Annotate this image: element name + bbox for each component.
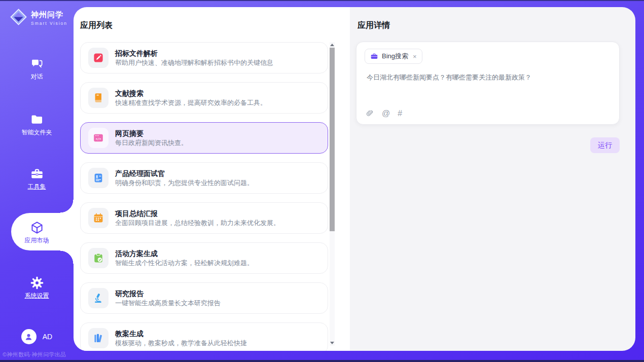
sidebar-item-app-market[interactable]: 应用市场 bbox=[0, 221, 74, 244]
app-card-description: 每日政府新闻资讯快查。 bbox=[115, 139, 188, 147]
app-card-literature-search[interactable]: 文献搜索快速精准查找学术资源，提高研究效率的必备工具。 bbox=[80, 82, 328, 114]
app-card-title: 项目总结汇报 bbox=[115, 209, 280, 218]
sidebar-item-label: 系统设置 bbox=[25, 292, 49, 299]
app-list-panel: 应用列表 招标文件解析帮助用户快速、准确地理解和解析招标书中的关键信息文献搜索快… bbox=[74, 7, 350, 351]
sidebar-item-label: 应用市场 bbox=[25, 237, 49, 244]
gear-icon bbox=[30, 276, 44, 290]
app-card-project-summary[interactable]: 项目总结汇报全面回顾项目进展，总结经验教训，助力未来优化发展。 bbox=[80, 202, 328, 234]
hash-icon[interactable]: # bbox=[398, 110, 402, 118]
browser-code-icon: </> bbox=[88, 128, 109, 148]
app-card-texts: 网页摘要每日政府新闻资讯快查。 bbox=[115, 129, 188, 147]
app-card-description: 智能生成个性化活动方案，轻松解决规划难题。 bbox=[115, 259, 254, 267]
scroll-down-icon[interactable] bbox=[330, 342, 334, 344]
app-card-description: 全面回顾项目进展，总结经验教训，助力未来优化发展。 bbox=[115, 219, 280, 227]
sidebar-item-label: 对话 bbox=[31, 73, 43, 80]
sidebar: 神州问学 Smart Vision 对话智能文件夹工具集应用市场系统设置 AD … bbox=[0, 0, 74, 362]
app-card-event-plan[interactable]: 活动方案生成智能生成个性化活动方案，轻松解决规划难题。 bbox=[80, 242, 328, 274]
app-root: 神州问学 Smart Vision 对话智能文件夹工具集应用市场系统设置 AD … bbox=[0, 0, 644, 362]
run-button[interactable]: 运行 bbox=[590, 137, 620, 153]
app-card-title: 文献搜索 bbox=[115, 89, 267, 97]
tool-tag-label: Bing搜索 bbox=[382, 52, 408, 61]
app-card-title: 研究报告 bbox=[115, 289, 221, 298]
app-card-tender-analysis[interactable]: 招标文件解析帮助用户快速、准确地理解和解析招标书中的关键信息 bbox=[80, 42, 328, 74]
avatar bbox=[21, 329, 37, 344]
microscope-icon bbox=[88, 288, 109, 308]
briefcase-icon bbox=[370, 52, 378, 60]
sidebar-item-label: 工具集 bbox=[28, 183, 46, 190]
query-text[interactable]: 今日湖北有哪些新闻要点？有哪些需要关注的最新政策？ bbox=[367, 73, 609, 83]
app-card-description: 帮助用户快速、准确地理解和解析招标书中的关键信息 bbox=[115, 59, 273, 66]
app-card-texts: 研究报告一键智能生成高质量长文本研究报告 bbox=[115, 289, 221, 307]
sidebar-item-chat[interactable]: 对话 bbox=[0, 57, 74, 80]
sidebar-item-settings[interactable]: 系统设置 bbox=[0, 276, 74, 299]
prompt-card: Bing搜索 × 今日湖北有哪些新闻要点？有哪些需要关注的最新政策？ @# bbox=[356, 42, 620, 125]
app-card-texts: 产品经理面试官明确身份和职责，为您提供专业性的面试问题。 bbox=[115, 169, 254, 187]
app-card-web-summary[interactable]: </>网页摘要每日政府新闻资讯快查。 bbox=[80, 122, 328, 154]
app-card-title: 网页摘要 bbox=[115, 129, 188, 137]
content-area: 应用列表 招标文件解析帮助用户快速、准确地理解和解析招标书中的关键信息文献搜索快… bbox=[74, 7, 635, 351]
scrollbar-thumb[interactable] bbox=[330, 48, 335, 231]
copyright-text: ©神州数码·神州问学出品 bbox=[3, 351, 66, 358]
app-card-texts: 文献搜索快速精准查找学术资源，提高研究效率的必备工具。 bbox=[115, 89, 267, 106]
svg-text:</>: </> bbox=[96, 137, 101, 140]
app-card-title: 招标文件解析 bbox=[115, 49, 273, 57]
user-name: AD bbox=[43, 333, 52, 341]
sidebar-item-smart-folders[interactable]: 智能文件夹 bbox=[0, 113, 74, 136]
folder-icon bbox=[30, 113, 44, 127]
cube-icon bbox=[30, 221, 44, 235]
app-card-texts: 活动方案生成智能生成个性化活动方案，轻松解决规划难题。 bbox=[115, 249, 254, 267]
brand-logo-icon bbox=[9, 8, 28, 28]
clipboard-check-icon bbox=[88, 248, 109, 268]
user-profile[interactable]: AD bbox=[0, 329, 74, 344]
app-card-research-report[interactable]: 研究报告一键智能生成高质量长文本研究报告 bbox=[80, 282, 328, 314]
app-card-list: 招标文件解析帮助用户快速、准确地理解和解析招标书中的关键信息文献搜索快速精准查找… bbox=[80, 42, 328, 351]
book-icon bbox=[88, 88, 109, 108]
app-card-pm-interviewer[interactable]: 产品经理面试官明确身份和职责，为您提供专业性的面试问题。 bbox=[80, 162, 328, 194]
tool-tag-bing-search[interactable]: Bing搜索 × bbox=[365, 49, 422, 64]
app-card-description: 一键智能生成高质量长文本研究报告 bbox=[115, 299, 221, 307]
app-card-texts: 项目总结汇报全面回顾项目进展，总结经验教训，助力未来优化发展。 bbox=[115, 209, 280, 227]
app-card-texts: 招标文件解析帮助用户快速、准确地理解和解析招标书中的关键信息 bbox=[115, 49, 273, 66]
sidebar-item-toolkit[interactable]: 工具集 bbox=[0, 167, 74, 190]
app-card-title: 产品经理面试官 bbox=[115, 169, 254, 177]
brand-logo: 神州问学 Smart Vision bbox=[9, 8, 67, 28]
at-icon[interactable]: @ bbox=[382, 110, 390, 118]
chat-icon bbox=[30, 57, 44, 71]
toolbox-icon bbox=[30, 167, 44, 181]
scrollbar[interactable] bbox=[330, 42, 335, 346]
brand-text: 神州问学 Smart Vision bbox=[31, 10, 67, 26]
composer-icon-row: @# bbox=[366, 109, 619, 118]
app-card-description: 模板驱动，教案秒成，教学准备从此轻松快捷 bbox=[115, 339, 247, 347]
app-detail-panel: 应用详情 Bing搜索 × 今日湖北有哪些新闻要点？有哪些需要关注的最新政策？ … bbox=[350, 7, 635, 351]
app-card-texts: 教案生成模板驱动，教案秒成，教学准备从此轻松快捷 bbox=[115, 330, 247, 347]
app-card-description: 明确身份和职责，为您提供专业性的面试问题。 bbox=[115, 179, 254, 187]
brand-name: 神州问学 bbox=[31, 10, 67, 20]
books-icon bbox=[88, 328, 109, 348]
pencil-square-icon bbox=[88, 48, 109, 68]
brand-tagline: Smart Vision bbox=[31, 21, 67, 26]
bottom-edge-divider bbox=[0, 360, 644, 362]
app-card-title: 活动方案生成 bbox=[115, 249, 254, 258]
app-card-lesson-plan[interactable]: 教案生成模板驱动，教案秒成，教学准备从此轻松快捷 bbox=[80, 322, 328, 351]
calendar-icon bbox=[88, 208, 109, 228]
sidebar-item-label: 智能文件夹 bbox=[22, 129, 52, 136]
app-detail-title: 应用详情 bbox=[357, 20, 390, 31]
close-icon[interactable]: × bbox=[413, 53, 417, 60]
app-list-title: 应用列表 bbox=[80, 20, 113, 31]
scroll-up-icon[interactable] bbox=[330, 44, 334, 46]
paperclip-icon[interactable] bbox=[366, 109, 374, 118]
app-card-description: 快速精准查找学术资源，提高研究效率的必备工具。 bbox=[115, 99, 267, 106]
top-edge-divider bbox=[0, 0, 644, 1]
resume-icon bbox=[88, 168, 109, 188]
app-card-title: 教案生成 bbox=[115, 330, 247, 338]
